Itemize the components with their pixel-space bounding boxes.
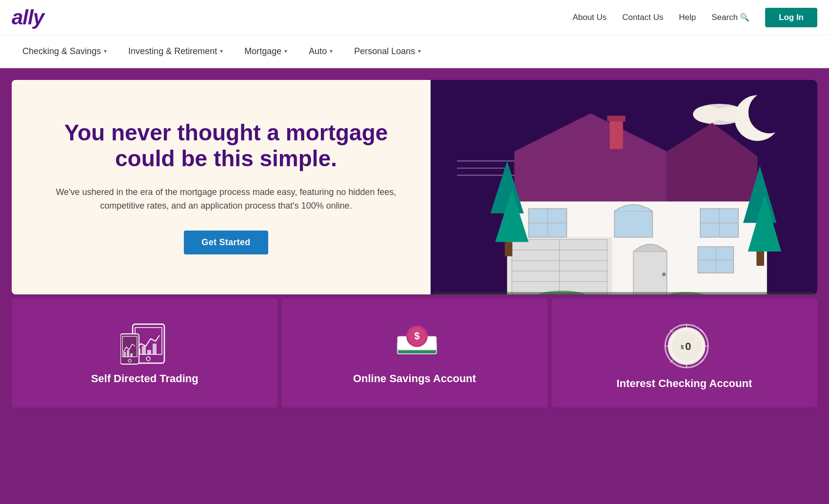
hero-card: You never thought a mortgage could be th…	[12, 80, 817, 294]
hero-content: You never thought a mortgage could be th…	[12, 80, 431, 294]
svg-rect-38	[756, 252, 764, 266]
mortgage-nav[interactable]: Mortgage ▾	[234, 35, 298, 68]
about-us-link[interactable]: About Us	[572, 13, 607, 22]
get-started-button[interactable]: Get Started	[184, 231, 268, 254]
chevron-down-icon: ▾	[418, 48, 421, 55]
svg-rect-12	[607, 116, 625, 121]
svg-point-5	[714, 107, 748, 122]
svg-rect-11	[610, 118, 623, 149]
chevron-down-icon: ▾	[330, 48, 333, 55]
chevron-down-icon: ▾	[284, 48, 287, 55]
self-directed-trading-card[interactable]: Self Directed Trading	[12, 298, 277, 407]
trading-card-label: Self Directed Trading	[91, 372, 198, 385]
help-link[interactable]: Help	[679, 13, 696, 22]
checking-icon: $ 0	[662, 322, 706, 366]
svg-rect-29	[614, 211, 652, 237]
svg-rect-51	[123, 352, 126, 357]
svg-point-48	[146, 357, 150, 361]
search-label: Search	[711, 13, 738, 22]
house-svg	[431, 80, 817, 294]
svg-rect-41	[433, 292, 814, 294]
svg-rect-30	[698, 247, 733, 273]
svg-text:0: 0	[685, 340, 691, 352]
chevron-down-icon: ▾	[104, 48, 107, 55]
svg-rect-35	[505, 242, 513, 256]
hero-title: You never thought a mortgage could be th…	[51, 120, 401, 172]
main-nav: Checking & Savings ▾ Investing & Retirem…	[0, 35, 829, 68]
savings-card-label: Online Savings Account	[353, 372, 476, 385]
contact-us-link[interactable]: Contact Us	[622, 13, 663, 22]
svg-text:$: $	[414, 330, 419, 341]
hero-description: We've ushered in the era of the mortgage…	[51, 185, 401, 213]
chevron-down-icon: ▾	[220, 48, 223, 55]
svg-rect-52	[127, 350, 129, 357]
investing-retirement-nav[interactable]: Investing & Retirement ▾	[118, 35, 234, 68]
online-savings-card[interactable]: $ Online Savings Account	[281, 298, 547, 407]
login-button[interactable]: Log In	[765, 8, 817, 27]
savings-icon: $	[393, 322, 436, 361]
svg-rect-21	[633, 252, 667, 294]
auto-nav[interactable]: Auto ▾	[298, 35, 343, 68]
svg-text:$: $	[681, 344, 684, 350]
interest-checking-card[interactable]: $ 0 Interest Checking Account	[552, 298, 817, 407]
search-icon: 🔍	[740, 13, 750, 22]
svg-rect-46	[147, 350, 151, 354]
svg-rect-45	[142, 346, 146, 354]
hero-illustration	[431, 80, 817, 294]
personal-loans-nav[interactable]: Personal Loans ▾	[343, 35, 432, 68]
svg-point-2	[749, 91, 790, 133]
ally-logo[interactable]: ally	[12, 7, 44, 28]
svg-rect-53	[130, 353, 133, 357]
top-nav-links: About Us Contact Us Help Search 🔍 Log In	[572, 8, 817, 27]
checking-savings-nav[interactable]: Checking & Savings ▾	[12, 35, 118, 68]
search-button[interactable]: Search 🔍	[711, 13, 750, 22]
cards-section: Self Directed Trading $ Online Savings A…	[0, 294, 829, 419]
svg-rect-47	[153, 344, 157, 354]
checking-card-label: Interest Checking Account	[616, 377, 752, 390]
svg-point-22	[662, 272, 666, 276]
hero-section: You never thought a mortgage could be th…	[0, 68, 829, 294]
trading-icon	[120, 322, 169, 361]
top-bar: ally About Us Contact Us Help Search 🔍 L…	[0, 0, 829, 35]
